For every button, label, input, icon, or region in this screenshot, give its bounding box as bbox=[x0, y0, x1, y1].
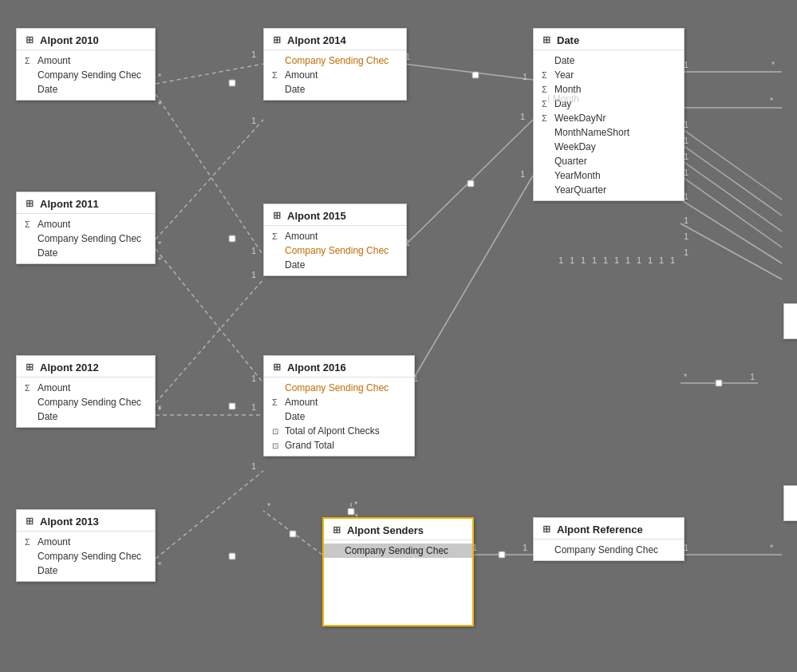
table-icon-2011: ⊞ bbox=[23, 197, 36, 210]
svg-text:*: * bbox=[684, 372, 688, 381]
svg-line-29 bbox=[411, 176, 533, 383]
alpont-2013-card: ⊞ Alpont 2013 Σ Amount Company Sending C… bbox=[16, 509, 156, 582]
svg-text:1: 1 bbox=[251, 461, 256, 471]
svg-text:1: 1 bbox=[251, 116, 256, 125]
alpont-2015-row-amount: Σ Amount bbox=[264, 229, 406, 243]
svg-text:*: * bbox=[158, 404, 162, 413]
alpont-2012-header: ⊞ Alpont 2012 bbox=[17, 356, 155, 378]
svg-rect-62 bbox=[229, 80, 235, 86]
date-row-yearmonth: YearMonth bbox=[534, 168, 684, 183]
alpont-2011-row-company: Company Sending Chec bbox=[17, 231, 155, 246]
svg-text:1: 1 bbox=[592, 255, 597, 265]
alpont-2014-row-amount: Σ Amount bbox=[264, 68, 406, 82]
date-card: ⊞ Date Date Σ Year Σ Month Σ Day Σ WeekD… bbox=[533, 28, 685, 201]
svg-text:1: 1 bbox=[520, 112, 525, 121]
alpont-reference-body: Company Sending Chec bbox=[534, 540, 684, 560]
svg-line-38 bbox=[681, 144, 782, 215]
svg-text:*: * bbox=[354, 500, 358, 509]
alpont-2014-row-date: Date bbox=[264, 82, 406, 97]
svg-text:*: * bbox=[158, 405, 162, 415]
svg-rect-63 bbox=[229, 235, 235, 242]
table-icon-date: ⊞ bbox=[540, 34, 553, 46]
svg-line-12 bbox=[156, 279, 263, 403]
svg-text:1: 1 bbox=[523, 72, 527, 81]
alpont-2012-row-company: Company Sending Chec bbox=[17, 395, 155, 409]
svg-text:*: * bbox=[771, 60, 775, 69]
table-icon-reference: ⊞ bbox=[540, 523, 553, 536]
alpont-2013-title: Alpont 2013 bbox=[40, 516, 99, 528]
date-header: ⊞ Date bbox=[534, 29, 684, 50]
alpont-2016-row-date: Date bbox=[264, 409, 414, 424]
table-icon-2015: ⊞ bbox=[270, 209, 283, 222]
alpont-2011-body: Σ Amount Company Sending Chec Date bbox=[17, 214, 155, 263]
date-row-weekdaynr: Σ WeekDayNr bbox=[534, 111, 684, 125]
svg-line-0 bbox=[156, 64, 263, 84]
date-row-yearquarter: YearQuarter bbox=[534, 183, 684, 197]
svg-rect-65 bbox=[229, 553, 235, 559]
svg-line-41 bbox=[681, 200, 782, 263]
alpont-2016-header: ⊞ Alpont 2016 bbox=[264, 356, 414, 378]
svg-text:*: * bbox=[158, 72, 162, 81]
alpont-2014-title: Alpont 2014 bbox=[287, 34, 346, 46]
alpont-2013-body: Σ Amount Company Sending Chec Date bbox=[17, 532, 155, 581]
svg-text:1: 1 bbox=[659, 255, 664, 265]
svg-rect-64 bbox=[229, 403, 235, 409]
svg-text:1: 1 bbox=[251, 270, 256, 279]
alpont-2011-row-amount: Σ Amount bbox=[17, 217, 155, 231]
alpont-2014-card: ⊞ Alpont 2014 Company Sending Chec Σ Amo… bbox=[263, 28, 407, 101]
svg-text:1: 1 bbox=[684, 247, 688, 257]
svg-text:1: 1 bbox=[570, 255, 574, 265]
alpont-2015-row-date: Date bbox=[264, 258, 406, 272]
svg-text:1: 1 bbox=[558, 255, 563, 265]
svg-text:1: 1 bbox=[637, 255, 641, 265]
alpont-reference-row-company: Company Sending Chec bbox=[534, 543, 684, 557]
svg-line-51 bbox=[263, 511, 322, 555]
alpont-2013-row-amount: Σ Amount bbox=[17, 535, 155, 549]
svg-line-18 bbox=[156, 471, 263, 559]
alpont-2010-header: ⊞ Alpont 2010 bbox=[17, 29, 155, 50]
svg-text:1: 1 bbox=[670, 255, 675, 265]
svg-text:1: 1 bbox=[625, 255, 630, 265]
alpont-senders-header: ⊞ Alpont Senders bbox=[324, 519, 472, 540]
i-month-label: I Month bbox=[547, 93, 579, 105]
svg-rect-82 bbox=[716, 380, 722, 386]
alpont-2012-row-date: Date bbox=[17, 409, 155, 424]
alpont-2016-card: ⊞ Alpont 2016 Company Sending Chec Σ Amo… bbox=[263, 355, 415, 457]
svg-line-37 bbox=[681, 128, 782, 200]
alpont-2016-body: Company Sending Chec Σ Amount Date ⊡ Tot… bbox=[264, 378, 414, 456]
svg-text:*: * bbox=[158, 239, 162, 249]
svg-text:1: 1 bbox=[251, 402, 256, 412]
alpont-2010-body: Σ Amount Company Sending Chec Date bbox=[17, 50, 155, 100]
svg-line-39 bbox=[681, 160, 782, 231]
alpont-2016-row-total-checks: ⊡ Total of Alpont Checks bbox=[264, 424, 414, 438]
alpont-2013-header: ⊞ Alpont 2013 bbox=[17, 510, 155, 532]
alpont-2015-row-company: Company Sending Chec bbox=[264, 243, 406, 258]
alpont-2011-title: Alpont 2011 bbox=[40, 198, 99, 210]
svg-text:1: 1 bbox=[684, 215, 688, 225]
svg-text:*: * bbox=[158, 100, 162, 109]
alpont-senders-title: Alpont Senders bbox=[347, 524, 424, 536]
alpont-2016-title: Alpont 2016 bbox=[287, 362, 346, 374]
svg-line-21 bbox=[403, 64, 533, 80]
date-title: Date bbox=[557, 34, 579, 46]
svg-rect-26 bbox=[468, 180, 474, 187]
svg-text:1: 1 bbox=[251, 246, 256, 255]
sigma-icon: Σ bbox=[25, 56, 34, 65]
alpont-2015-body: Σ Amount Company Sending Chec Date bbox=[264, 226, 406, 275]
alpont-2013-row-company: Company Sending Chec bbox=[17, 549, 155, 563]
alpont-senders-body: Company Sending Chec bbox=[324, 540, 472, 561]
alpont-2015-title: Alpont 2015 bbox=[287, 210, 346, 222]
alpont-2010-card: ⊞ Alpont 2010 Σ Amount Company Sending C… bbox=[16, 28, 156, 101]
alpont-2010-row-amount: Σ Amount bbox=[17, 53, 155, 68]
table-icon-2013: ⊞ bbox=[23, 515, 36, 528]
alpont-2016-row-company: Company Sending Chec bbox=[264, 381, 414, 395]
svg-line-40 bbox=[681, 176, 782, 247]
svg-text:*: * bbox=[158, 255, 162, 265]
alpont-2014-header: ⊞ Alpont 2014 bbox=[264, 29, 406, 50]
alpont-2016-row-grand-total: ⊡ Grand Total bbox=[264, 438, 414, 453]
svg-text:*: * bbox=[770, 96, 774, 105]
alpont-2016-row-amount: Σ Amount bbox=[264, 395, 414, 409]
svg-text:*: * bbox=[158, 560, 162, 570]
svg-line-9 bbox=[156, 249, 263, 383]
svg-text:1: 1 bbox=[684, 231, 688, 241]
